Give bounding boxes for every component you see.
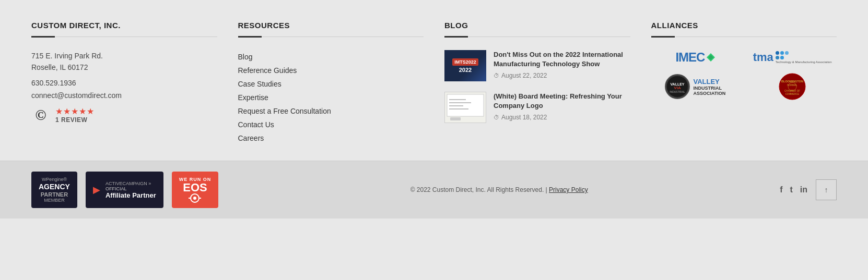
address-line2: Roselle, IL 60172	[31, 62, 217, 73]
review-block: © ★★★★★ 1 REVIEW	[31, 106, 217, 125]
footer-bottom-right: f t in ↑	[780, 179, 837, 200]
col-resources: RESOURCES Blog Reference Guides Case Stu…	[238, 21, 424, 145]
link-reference-guides[interactable]: Reference Guides	[238, 64, 424, 77]
via-text: VALLEY INDUSTRIAL ASSOCIATION	[693, 78, 725, 96]
review-stars-block: ★★★★★ 1 REVIEW	[55, 106, 95, 124]
col3-title: BLOG	[444, 21, 630, 30]
link-blog[interactable]: Blog	[238, 50, 424, 64]
alliances-grid: IMEC tma	[651, 50, 837, 100]
col2-title: RESOURCES	[238, 21, 424, 30]
col-alliances: ALLIANCES IMEC tma	[651, 21, 837, 145]
blog-thumb-imts: IMTS2022 2022	[444, 50, 486, 81]
resources-nav: Blog Reference Guides Case Studies Exper…	[238, 50, 424, 145]
ac-text: ActiveCampaign » OFFICIAL Affiliate Part…	[105, 181, 156, 199]
wp-top: WPengine®	[42, 177, 67, 182]
whiteboard-svg	[445, 92, 486, 123]
social-facebook-link[interactable]: f	[780, 185, 782, 194]
via-circle-svg: VALLEY VIA INDUSTRIAL	[666, 75, 689, 98]
col-custom-direct: CUSTOM DIRECT, INC. 715 E. Irving Park R…	[31, 21, 217, 145]
email-link[interactable]: connect@customdirect.com	[31, 91, 217, 100]
svg-text:CHAMBER OF: CHAMBER OF	[784, 90, 800, 92]
address-block: 715 E. Irving Park Rd. Roselle, IL 60172	[31, 50, 217, 74]
imec-text: IMEC	[675, 50, 705, 65]
wp-member: MEMBER	[44, 198, 65, 203]
link-careers[interactable]: Careers	[238, 131, 424, 145]
tma-text: tma	[753, 51, 773, 64]
svg-text:VIA: VIA	[674, 86, 682, 90]
wp-agency: AGENCY	[39, 183, 70, 191]
eos-icon	[189, 193, 201, 203]
tma-logo: tma Technology & Manufacturing Associati…	[748, 51, 837, 64]
tma-dot	[776, 56, 779, 59]
svg-rect-1	[447, 94, 484, 116]
review-count: 1 REVIEW	[55, 116, 95, 124]
imec-logo: IMEC	[651, 50, 740, 65]
imts-label: IMTS2022	[452, 58, 478, 66]
social-links: f t in	[780, 185, 807, 194]
copyright-text: © 2022 Custom Direct, Inc. All Rights Re…	[410, 186, 544, 193]
tma-dot	[785, 51, 789, 55]
bloomington-svg: BLOOMINGTON NORMAL CHAMBER OF COMMERCE	[779, 73, 806, 100]
star-rating: ★★★★★	[55, 106, 95, 116]
footer-bottom-left: WPengine® AGENCY PARTNER MEMBER ▶ Active…	[31, 172, 218, 208]
clock-icon-2: ⏱	[494, 114, 499, 120]
wp-partner: PARTNER	[41, 191, 68, 198]
blog-title-2: (White) Board Meeting: Refreshing Your C…	[494, 92, 630, 111]
address-line1: 715 E. Irving Park Rd.	[31, 50, 217, 62]
blog-title-1: Don't Miss Out on the 2022 International…	[494, 50, 630, 69]
ac-official-text: OFFICIAL	[105, 186, 156, 191]
col1-title: CUSTOM DIRECT, INC.	[31, 21, 217, 30]
eos-badge: WE RUN ON EOS	[172, 172, 219, 208]
blog-info-2: (White) Board Meeting: Refreshing Your C…	[494, 92, 630, 121]
eos-main: EOS	[183, 182, 207, 193]
social-twitter-link[interactable]: t	[790, 185, 792, 194]
blog-date-text-1: August 22, 2022	[501, 72, 547, 79]
svg-rect-6	[450, 117, 461, 120]
privacy-policy-link[interactable]: Privacy Policy	[549, 186, 588, 193]
c-logo: ©	[31, 106, 50, 125]
imts-year: 2022	[459, 67, 472, 73]
footer-main: CUSTOM DIRECT, INC. 715 E. Irving Park R…	[0, 0, 868, 161]
scroll-top-button[interactable]: ↑	[816, 179, 837, 200]
link-free-consultation[interactable]: Request a Free Consultation	[238, 104, 424, 118]
tma-dot	[776, 51, 779, 55]
bloomington-logo: BLOOMINGTON NORMAL CHAMBER OF COMMERCE	[748, 73, 837, 100]
via-logo: VALLEY VIA INDUSTRIAL VALLEY INDUSTRIAL …	[651, 74, 740, 99]
link-case-studies[interactable]: Case Studies	[238, 77, 424, 91]
tma-tagline: Technology & Manufacturing Association	[776, 60, 832, 64]
blog-posts: IMTS2022 2022 Don't Miss Out on the 2022…	[444, 50, 630, 123]
blog-info-1: Don't Miss Out on the 2022 International…	[494, 50, 630, 79]
activecampaign-badge: ▶ ActiveCampaign » OFFICIAL Affiliate Pa…	[86, 172, 163, 208]
tma-dot	[780, 51, 784, 55]
via-circle: VALLEY VIA INDUSTRIAL	[665, 74, 690, 99]
ac-affiliate-text: Affiliate Partner	[105, 191, 156, 199]
social-linkedin-link[interactable]: in	[800, 185, 807, 194]
col4-title: ALLIANCES	[651, 21, 837, 30]
ac-arrow-icon: ▶	[93, 184, 100, 196]
footer-bottom-center: © 2022 Custom Direct, Inc. All Rights Re…	[410, 186, 588, 193]
svg-text:INDUSTRIAL: INDUSTRIAL	[670, 90, 686, 93]
svg-text:COMMERCE: COMMERCE	[785, 93, 800, 95]
clock-icon: ⏱	[494, 72, 499, 79]
svg-point-20	[193, 197, 196, 200]
col-blog: BLOG IMTS2022 2022 Don't Miss Out on the…	[444, 21, 630, 145]
blog-thumb-whiteboard	[444, 92, 486, 123]
blog-date-2: ⏱ August 18, 2022	[494, 114, 630, 121]
imec-diamond-icon	[707, 53, 715, 62]
blog-date-text-2: August 18, 2022	[501, 114, 547, 121]
link-expertise[interactable]: Expertise	[238, 91, 424, 104]
tma-dot	[780, 56, 784, 59]
blog-date-1: ⏱ August 22, 2022	[494, 72, 630, 79]
link-contact-us[interactable]: Contact Us	[238, 118, 424, 131]
svg-point-13	[779, 74, 805, 100]
scroll-top-icon: ↑	[825, 186, 828, 194]
phone-link[interactable]: 630.529.1936	[31, 79, 217, 87]
blog-post-2: (White) Board Meeting: Refreshing Your C…	[444, 92, 630, 123]
ac-official-label: ActiveCampaign »	[105, 181, 156, 186]
blog-post-1: IMTS2022 2022 Don't Miss Out on the 2022…	[444, 50, 630, 81]
footer-bottom: WPengine® AGENCY PARTNER MEMBER ▶ Active…	[0, 161, 868, 218]
wp-engine-badge: WPengine® AGENCY PARTNER MEMBER	[31, 172, 77, 208]
